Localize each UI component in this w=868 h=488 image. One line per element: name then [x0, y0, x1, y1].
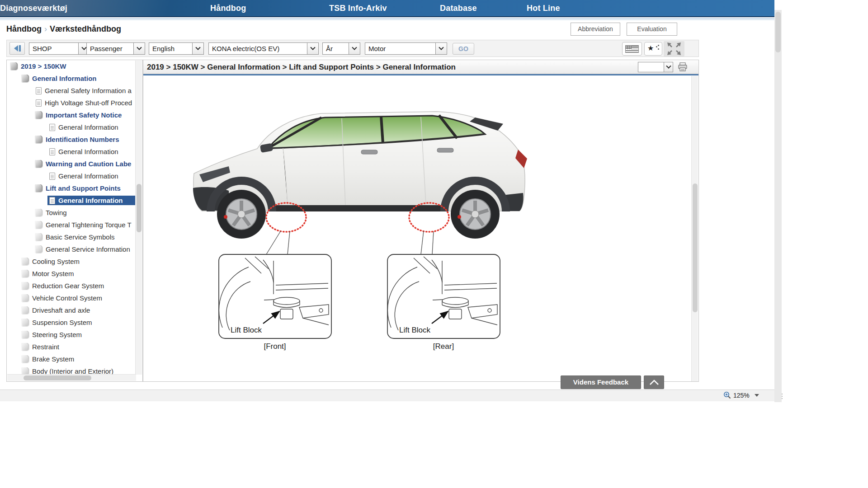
tree-item[interactable]: General Information	[7, 145, 142, 158]
content-pane: 2019 > 150KW > General Information > Lif…	[143, 60, 699, 382]
tree-item-icon	[21, 270, 29, 277]
tree-item[interactable]: Brake System	[7, 353, 142, 365]
zoom-caret-icon	[755, 394, 759, 397]
tree-item-icon	[21, 343, 29, 351]
breadcrumb: Håndbog›Værkstedhåndbog	[6, 24, 121, 34]
chevron-down-icon[interactable]	[307, 43, 318, 54]
content-breadcrumb: 2019 > 150KW > General Information > Lif…	[147, 63, 456, 72]
chevron-up-icon	[649, 379, 659, 385]
tree-item[interactable]: Driveshaft and axle	[7, 304, 142, 316]
application-window: HåndbogTSB Info-ArkivDatabaseHot LineDia…	[0, 0, 868, 488]
chevron-down-icon[interactable]	[435, 43, 447, 54]
collapse-sidebar-button[interactable]	[9, 42, 25, 55]
tree-item-icon	[21, 306, 29, 314]
page-section-select[interactable]	[638, 62, 673, 72]
front-wheel	[217, 190, 266, 239]
scrollbar-thumb[interactable]	[775, 12, 781, 52]
tree-item-icon	[21, 355, 29, 363]
browser-zoom-control[interactable]: 125%	[723, 391, 759, 399]
tree-item[interactable]: Suspension System	[7, 316, 142, 328]
chevron-down-icon[interactable]	[133, 43, 145, 54]
breadcrumb-row: Håndbog›Værkstedhåndbog Abbreviation Eva…	[0, 21, 774, 39]
scrollbar-thumb[interactable]	[137, 184, 142, 232]
zoom-magnifier-icon	[723, 391, 731, 399]
tree-item[interactable]: General Information	[7, 194, 142, 206]
content-header-bar: 2019 > 150KW > General Information > Lif…	[143, 60, 698, 74]
tree-item-icon	[35, 184, 42, 192]
tree-item-icon	[21, 258, 29, 265]
chevron-down-icon[interactable]	[664, 62, 673, 72]
tree-item-icon	[35, 245, 42, 253]
chinese-language-flag-button[interactable]: ★	[644, 42, 662, 56]
leader-lines	[266, 231, 434, 254]
tree-item[interactable]: General Service Information	[7, 243, 142, 255]
tree-item-icon	[36, 87, 42, 94]
evaluation-button[interactable]: Evaluation	[627, 23, 677, 36]
scrollbar-thumb[interactable]	[24, 375, 91, 380]
tree-item-icon	[35, 136, 42, 143]
language-select[interactable]: English	[149, 42, 204, 55]
knowledge-feedback-button[interactable]: Videns Feedback	[561, 375, 641, 389]
tree-item[interactable]: Basic Service Symbols	[7, 231, 142, 243]
content-vertical-scrollbar[interactable]	[691, 76, 698, 381]
english-language-flag-button[interactable]	[622, 42, 642, 56]
engine-select[interactable]: Motor	[365, 42, 447, 55]
tree-item[interactable]: Cooling System	[7, 255, 142, 267]
nav-menu-item[interactable]: Diagnoseværktøj	[0, 4, 67, 13]
tree-item[interactable]: Warning and Caution Labe	[7, 158, 142, 170]
tree-item-icon	[49, 173, 55, 180]
nav-menu-item[interactable]: Database	[440, 4, 477, 13]
tree-item-icon	[21, 331, 29, 338]
tree-item[interactable]: Reduction Gear System	[7, 280, 142, 292]
collapse-left-icon-bar	[19, 45, 21, 52]
tree-item-icon	[21, 282, 29, 290]
go-button[interactable]: GO	[453, 43, 474, 55]
tree-item[interactable]: Identification Numbers	[7, 133, 142, 145]
tree-item[interactable]: Towing	[7, 206, 142, 219]
tree-item-icon	[36, 99, 42, 107]
manual-navigation-tree: 2019 > 150KW General Information General…	[6, 60, 143, 382]
scrollbar-thumb[interactable]	[693, 183, 698, 312]
tree-item[interactable]: Important Safety Notice	[7, 109, 142, 121]
tree-item[interactable]: General Safety Information a	[7, 84, 142, 97]
tree-vertical-scrollbar[interactable]	[135, 61, 142, 375]
tree-item-icon	[35, 111, 42, 119]
fullscreen-button[interactable]	[664, 41, 684, 56]
chevron-down-icon[interactable]	[192, 43, 203, 54]
tree-item[interactable]: Lift and Support Points	[7, 182, 142, 194]
tree-item[interactable]: Restraint	[7, 341, 142, 353]
tree-item[interactable]: High Voltage Shut-off Proced	[7, 97, 142, 109]
tree-horizontal-scrollbar[interactable]	[7, 374, 136, 381]
tree-item-icon	[35, 221, 42, 229]
tree-item[interactable]: General Information	[7, 170, 142, 182]
collapse-up-button[interactable]	[644, 375, 664, 389]
page-vertical-scrollbar[interactable]	[774, 10, 782, 402]
tree-item[interactable]: Vehicle Control System	[7, 292, 142, 304]
tree-item-icon	[10, 62, 18, 70]
tree-item[interactable]: General Tightening Torque T	[7, 219, 142, 231]
vehicle-type-select[interactable]: Passenger	[86, 42, 145, 55]
tree-item-icon	[21, 75, 29, 82]
printer-icon	[678, 62, 688, 72]
tree-item-icon	[49, 197, 55, 204]
tree-item[interactable]: General Information	[7, 72, 142, 84]
year-select[interactable]: År	[322, 42, 360, 55]
tree-item[interactable]: General Information	[7, 121, 142, 133]
tree-item[interactable]: Steering System	[7, 328, 142, 341]
tree-item[interactable]: 2019 > 150KW	[7, 60, 142, 72]
tree-item[interactable]: Motor System	[7, 267, 142, 280]
rear-caption: [Rear]	[433, 342, 454, 351]
shop-select[interactable]: SHOP	[29, 42, 90, 55]
nav-menu-item[interactable]: Håndbog	[210, 4, 246, 13]
breadcrumb-handbook-link[interactable]: Håndbog	[6, 24, 42, 33]
collapse-left-icon	[14, 45, 18, 52]
nav-menu-item[interactable]: TSB Info-Arkiv	[329, 4, 387, 13]
nav-menu-item[interactable]: Hot Line	[527, 4, 560, 13]
lift-points-figure: Lift Block Lift Block [Front] [Rear]	[186, 98, 543, 353]
model-select[interactable]: KONA electric(OS EV)	[208, 42, 319, 55]
chevron-down-icon[interactable]	[349, 43, 360, 54]
tree-item-icon	[35, 160, 42, 168]
print-button[interactable]	[678, 62, 688, 72]
tree-item-icon	[49, 148, 55, 155]
abbreviation-button[interactable]: Abbreviation	[571, 23, 620, 36]
